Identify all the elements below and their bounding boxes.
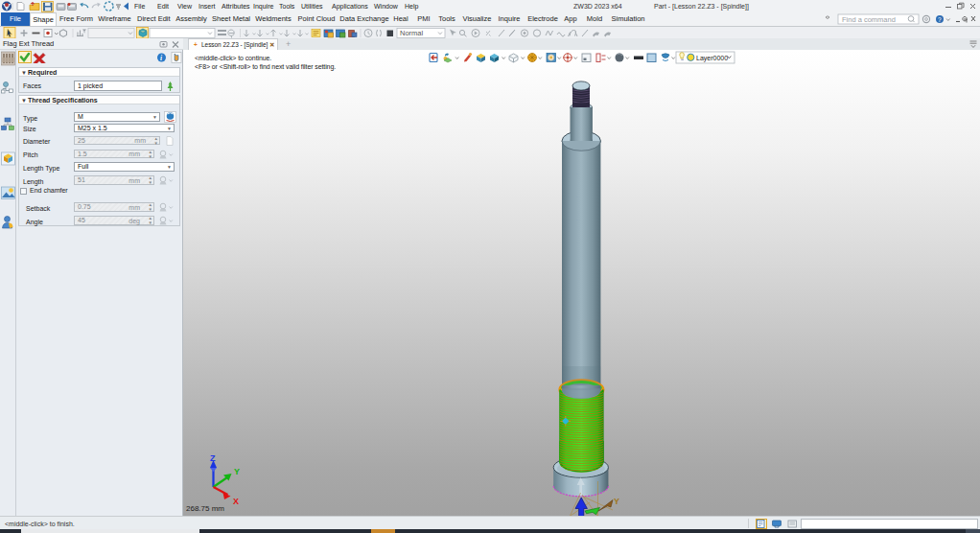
svg-text:Normal: Normal <box>400 29 424 37</box>
svg-text:?: ? <box>938 16 942 23</box>
svg-text:Layer0000: Layer0000 <box>696 55 728 62</box>
svg-text:Y: Y <box>234 467 240 476</box>
svg-text:X: X <box>233 497 239 506</box>
svg-text:Find a command: Find a command <box>842 15 896 24</box>
svg-text:Z: Z <box>210 453 216 463</box>
svg-text:Y: Y <box>614 497 619 506</box>
